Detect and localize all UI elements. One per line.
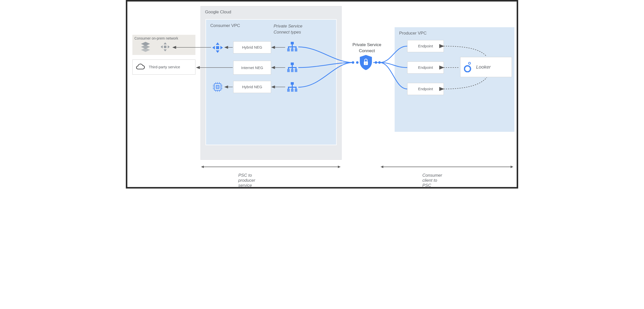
cloud-icon xyxy=(135,64,145,71)
svg-rect-40 xyxy=(292,65,293,67)
svg-point-59 xyxy=(352,61,354,64)
third-party-service-box: Third-party service xyxy=(132,59,195,75)
svg-rect-43 xyxy=(292,67,293,69)
security-shield-icon xyxy=(359,54,373,71)
svg-rect-48 xyxy=(295,89,297,92)
psc-types-label: Private Service Connect types xyxy=(274,23,319,35)
svg-point-62 xyxy=(378,61,381,64)
load-balancer-icon xyxy=(286,62,298,73)
consumer-vpc-label: Consumer VPC xyxy=(210,23,240,28)
psc-center-label: Private Service Connect xyxy=(347,42,387,54)
svg-rect-14 xyxy=(216,85,219,88)
load-balancer-icon xyxy=(286,82,298,93)
svg-rect-27 xyxy=(291,42,294,44)
cpu-chip-icon xyxy=(212,81,223,93)
right-span-arrow xyxy=(381,167,513,167)
svg-marker-5 xyxy=(164,49,167,51)
svg-rect-39 xyxy=(295,69,297,72)
left-span-arrow xyxy=(201,167,340,167)
svg-marker-11 xyxy=(212,46,215,49)
svg-rect-28 xyxy=(287,48,290,51)
svg-marker-2 xyxy=(141,48,150,52)
svg-point-61 xyxy=(375,61,377,64)
looker-label: Looker xyxy=(476,64,491,70)
database-icon xyxy=(140,41,151,52)
svg-rect-30 xyxy=(295,48,297,51)
svg-rect-33 xyxy=(288,46,289,48)
svg-point-57 xyxy=(464,66,471,72)
svg-rect-37 xyxy=(287,69,290,72)
svg-marker-10 xyxy=(216,50,219,53)
looker-icon xyxy=(464,62,473,72)
producer-vpc-label: Producer VPC xyxy=(399,31,427,36)
svg-marker-6 xyxy=(161,45,163,48)
internet-neg-box: Internet NEG xyxy=(233,61,271,75)
svg-marker-9 xyxy=(216,42,219,45)
diagram-frame: Google Cloud Consumer VPC Private Servic… xyxy=(126,0,518,189)
svg-rect-44 xyxy=(296,67,297,69)
svg-point-60 xyxy=(356,61,359,64)
right-span-label: Consumer client to PSC xyxy=(422,173,442,188)
svg-rect-49 xyxy=(292,85,293,87)
expand-arrows-icon xyxy=(212,42,223,53)
google-cloud-label: Google Cloud xyxy=(205,10,231,15)
endpoint-3-box: Endpoint xyxy=(407,83,444,95)
svg-rect-46 xyxy=(287,89,290,92)
endpoint-2-box: Endpoint xyxy=(407,61,444,74)
svg-rect-31 xyxy=(292,44,293,46)
svg-rect-29 xyxy=(291,48,294,51)
svg-rect-3 xyxy=(164,46,166,48)
load-balancer-icon xyxy=(286,41,298,52)
svg-rect-51 xyxy=(288,87,289,89)
svg-rect-47 xyxy=(291,89,294,92)
consumer-onprem-label: Consumer on-prem network xyxy=(134,36,178,40)
looker-box: Looker xyxy=(460,57,512,77)
third-party-label: Third-party service xyxy=(149,65,180,70)
svg-rect-42 xyxy=(288,67,289,69)
hub-icon xyxy=(160,42,170,52)
svg-marker-7 xyxy=(168,45,170,48)
svg-rect-34 xyxy=(292,46,293,48)
hybrid-neg-1-box: Hybrid NEG xyxy=(233,41,271,53)
consumer-vpc-region xyxy=(206,19,337,145)
svg-rect-45 xyxy=(291,82,294,85)
svg-rect-36 xyxy=(291,63,294,65)
svg-rect-35 xyxy=(296,46,297,48)
svg-marker-12 xyxy=(220,46,223,49)
left-span-label: PSC to producer service xyxy=(238,173,255,188)
svg-rect-52 xyxy=(292,87,293,89)
svg-marker-4 xyxy=(164,42,167,44)
hybrid-neg-2-box: Hybrid NEG xyxy=(233,81,271,93)
svg-rect-38 xyxy=(291,69,294,72)
svg-rect-53 xyxy=(296,87,297,89)
svg-rect-8 xyxy=(216,46,219,49)
endpoint-1-box: Endpoint xyxy=(407,40,444,52)
svg-point-56 xyxy=(469,62,471,64)
